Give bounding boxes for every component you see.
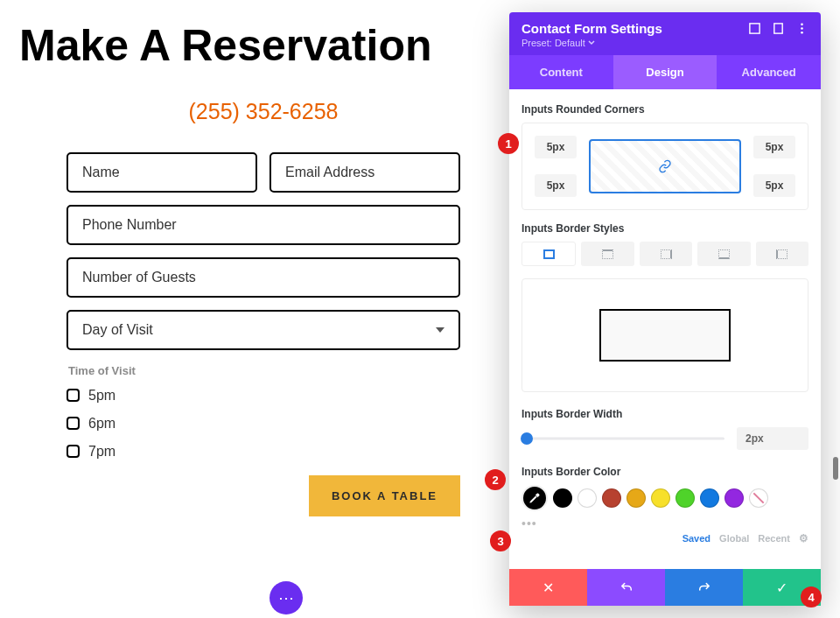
time-option[interactable]: 5pm [66, 388, 460, 404]
field-placeholder: Name [82, 165, 120, 180]
color-swatch[interactable] [602, 488, 621, 508]
color-swatch[interactable] [553, 488, 572, 508]
color-swatch-none[interactable] [749, 488, 768, 508]
color-swatch[interactable] [626, 488, 646, 508]
corner-bl-input[interactable]: 5px [535, 174, 577, 197]
slider-thumb-icon[interactable] [521, 432, 533, 445]
section-rounded-corners: Inputs Rounded Corners [522, 103, 808, 116]
redo-icon [696, 579, 712, 595]
border-width-value[interactable]: 2px [737, 427, 808, 450]
border-style-top[interactable] [581, 242, 634, 266]
panel-footer: ✕ ✓ [509, 569, 821, 606]
svg-rect-1 [774, 24, 782, 33]
email-field[interactable]: Email Address [270, 152, 460, 193]
kebab-icon[interactable] [795, 22, 808, 35]
svg-point-3 [801, 27, 803, 30]
panel-tabs: Content Design Advanced [509, 55, 821, 89]
phone-number: (255) 352-6258 [45, 99, 482, 124]
annotation-badge: 2 [485, 469, 506, 490]
color-swatch[interactable] [724, 488, 744, 508]
chevron-down-icon [588, 39, 595, 46]
link-icon [658, 159, 672, 173]
annotation-badge: 4 [801, 586, 822, 607]
panel-title: Contact Form Settings [522, 21, 662, 36]
color-picker-button[interactable] [522, 485, 548, 511]
time-legend: Time of Visit [68, 364, 460, 377]
checkbox-icon [66, 389, 80, 402]
annotation-badge: 1 [498, 133, 519, 154]
name-field[interactable]: Name [66, 152, 257, 193]
annotation-badge: 3 [490, 530, 511, 551]
close-button[interactable]: ✕ [509, 569, 587, 606]
color-swatches [522, 485, 808, 511]
checkbox-icon [66, 445, 80, 458]
section-border-width: Inputs Border Width [522, 408, 808, 420]
section-border-color: Inputs Border Color [522, 466, 808, 478]
option-label: 7pm [88, 444, 116, 460]
gear-icon[interactable]: ⚙ [799, 532, 808, 544]
expand-icon[interactable] [748, 22, 761, 35]
corner-tl-input[interactable]: 5px [535, 136, 577, 158]
palette-tab-saved[interactable]: Saved [682, 533, 710, 544]
palette-tab-recent[interactable]: Recent [758, 533, 790, 544]
option-label: 6pm [88, 416, 116, 432]
undo-button[interactable] [587, 569, 665, 606]
palette-tabs: Saved Global Recent ⚙ [522, 532, 808, 544]
section-border-styles: Inputs Border Styles [522, 222, 808, 235]
guests-field[interactable]: Number of Guests [66, 257, 460, 298]
page-canvas: Make A Reservation (255) 352-6258 Name E… [0, 0, 508, 516]
phone-field[interactable]: Phone Number [66, 205, 460, 245]
settings-panel: Contact Form Settings Preset: Default Co… [509, 12, 821, 606]
corner-tr-input[interactable]: 5px [753, 136, 795, 158]
option-label: 5pm [88, 388, 116, 404]
checkbox-icon [66, 417, 80, 430]
chevron-down-icon [436, 327, 444, 333]
tab-content[interactable]: Content [509, 55, 613, 89]
palette-tab-global[interactable]: Global [719, 533, 749, 544]
book-table-button[interactable]: BOOK A TABLE [309, 475, 460, 516]
border-style-bottom[interactable] [697, 242, 750, 266]
day-select[interactable]: Day of Visit [66, 310, 460, 350]
module-options-button[interactable]: ⋯ [270, 581, 303, 614]
color-swatch[interactable] [578, 488, 597, 508]
color-swatch[interactable] [651, 488, 670, 508]
field-placeholder: Number of Guests [82, 270, 196, 285]
preset-selector[interactable]: Preset: Default [522, 38, 808, 48]
border-width-slider[interactable] [522, 431, 724, 446]
time-option[interactable]: 7pm [66, 444, 460, 460]
panel-header: Contact Form Settings Preset: Default [509, 12, 821, 55]
field-placeholder: Phone Number [82, 217, 177, 233]
border-style-all[interactable] [522, 242, 576, 266]
color-swatch[interactable] [700, 488, 719, 508]
preset-label: Preset: Default [522, 38, 585, 48]
panel-body: Inputs Rounded Corners 5px 5px 5px 5px I… [509, 89, 821, 569]
color-swatch[interactable] [676, 488, 695, 508]
undo-icon [619, 579, 634, 595]
border-preview [522, 278, 808, 392]
border-style-right[interactable] [640, 242, 692, 266]
more-icon[interactable]: ••• [522, 516, 808, 530]
svg-point-4 [801, 32, 803, 34]
tab-advanced[interactable]: Advanced [717, 55, 821, 89]
field-placeholder: Email Address [285, 165, 374, 180]
rounded-corners-control: 5px 5px 5px 5px [522, 123, 808, 210]
redo-button[interactable] [665, 569, 743, 606]
reservation-form: Name Email Address Phone Number Number o… [66, 152, 460, 516]
corner-br-input[interactable]: 5px [753, 174, 795, 197]
svg-rect-0 [750, 24, 760, 33]
scrollbar-thumb[interactable] [833, 457, 838, 480]
eyedropper-icon [528, 492, 541, 504]
page-title: Make A Reservation [19, 23, 508, 69]
time-option[interactable]: 6pm [66, 416, 460, 432]
corners-preview[interactable] [589, 139, 741, 193]
border-style-left[interactable] [756, 242, 808, 266]
snap-icon[interactable] [772, 22, 785, 35]
tab-design[interactable]: Design [613, 55, 718, 89]
field-placeholder: Day of Visit [82, 322, 153, 338]
svg-point-2 [801, 24, 803, 26]
border-style-group [522, 242, 808, 266]
